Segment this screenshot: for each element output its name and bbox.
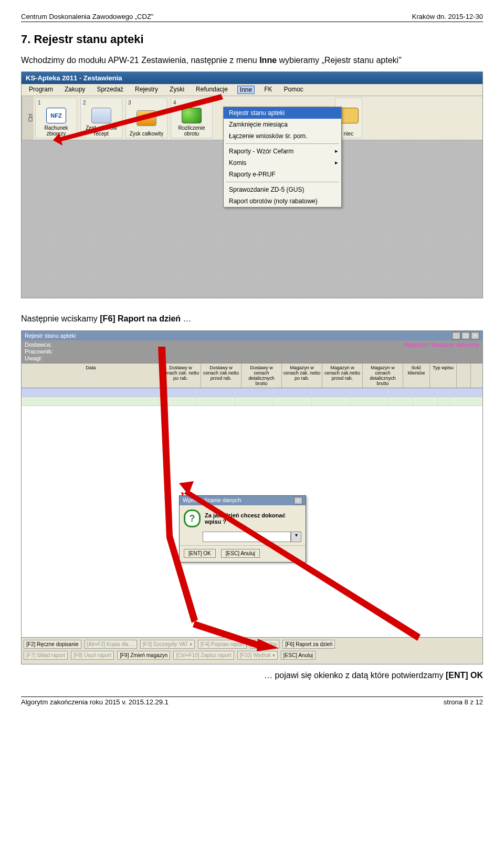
menu-inne-dropdown[interactable]: Rejestr stanu aptekiZamknięcie miesiącaŁ… (223, 107, 342, 207)
cancel-button[interactable]: [ESC] Anuluj (221, 549, 260, 558)
menu-item-program[interactable]: Program (27, 86, 55, 94)
menu-item[interactable]: Komis (224, 157, 341, 169)
footer-buttons: [F2] Ręczne dopisanie[Alt+F2] Kopia dla … (22, 637, 482, 664)
doc-header-left: Centrum Doskonalenia Zawodowego „CDZ" (21, 13, 153, 20)
footer-button[interactable]: [F9] Zmień magazyn (117, 651, 170, 660)
window-buttons[interactable]: _□× (451, 332, 479, 339)
col-header: Data (22, 363, 161, 388)
footer-right: strona 8 z 12 (444, 698, 483, 706)
col-header: Magazyn w cenach zak.netto przed rab. (322, 363, 363, 388)
magazyn-label: Magazyn: Magazyn apteczny (405, 341, 479, 362)
paragraph-2: Następnie wciskamy [F6] Raport na dzień … (21, 313, 483, 325)
window2-title: Rejestr stanu apteki _□× (22, 331, 482, 340)
table-row[interactable] (22, 388, 482, 397)
menu-item[interactable]: Raport obrotów (noty rabatowe) (224, 195, 341, 207)
footer-button[interactable]: [Ctrl+F10] Zapisz raport (173, 651, 234, 660)
table-body-empty: Wprowadzanie danych × ? Za jaki dzień ch… (22, 406, 482, 637)
coins-icon (182, 108, 202, 123)
col-header: Dostawy w cenach zak. netto po rab. (161, 363, 201, 388)
doc-header: Centrum Doskonalenia Zawodowego „CDZ" Kr… (21, 13, 483, 22)
menu-item-inne[interactable]: Inne (237, 86, 255, 94)
menu-item-pomoc[interactable]: Pomoc (282, 86, 306, 94)
footer-button[interactable]: [F6] Raport za dzień (282, 640, 335, 649)
doc-icon (91, 108, 111, 123)
section-title: 7. Rejestr stanu apteki (21, 33, 483, 46)
bars-icon (136, 110, 156, 126)
info-row: Uwagi: (25, 355, 53, 362)
dialog-question: Za jaki dzień chcesz dokonać wpisu ? (205, 512, 301, 525)
footer-button[interactable]: [F2] Ręczne dopisanie (24, 640, 81, 649)
col-header: Dostawy w cenach zak.netto przed rab. (201, 363, 242, 388)
footer-left: Algorytm zakończenia roku 2015 v. 2015.1… (21, 698, 169, 706)
calendar-icon[interactable]: ▾ (291, 532, 301, 542)
footer-button[interactable]: [F3] Szczegóły VAT ▾ (140, 640, 195, 649)
toolbar-button-1[interactable]: 1NFZRachunek zbiorczy (35, 98, 77, 138)
screenshot-zestawienia: KS-Apteka 2011 - Zestawienia ProgramZaku… (21, 71, 483, 298)
date-input[interactable] (203, 532, 291, 542)
nfz-icon: NFZ (46, 108, 66, 123)
table-row (22, 397, 482, 406)
col-header: Magazyn w cenach zak. netto po rab. (282, 363, 322, 388)
close-icon[interactable]: × (471, 332, 479, 339)
toolbar: Ctrl 1NFZRachunek zbiorczy2Zest. zbiorów… (22, 96, 482, 140)
menu-item-sprzedaż[interactable]: Sprzedaż (94, 86, 125, 94)
screenshot-rejestr: Rejestr stanu apteki _□× Dostawca:Pracow… (21, 330, 483, 665)
dialog-wprowadzanie: Wprowadzanie danych × ? Za jaki dzień ch… (179, 495, 306, 563)
ok-button[interactable]: [ENT] OK (184, 549, 216, 558)
table-header: DataDostawy w cenach zak. netto po rab.D… (22, 363, 482, 388)
menu-bar[interactable]: ProgramZakupySprzedażRejestryZyskiRefund… (22, 84, 482, 96)
max-icon[interactable]: □ (461, 332, 470, 339)
col-header: Dostawy w cenach detalicznych brutto (242, 363, 282, 388)
toolbar-button-3[interactable]: 3Zysk całkowity (125, 98, 167, 138)
ctrl-tab: Ctrl (22, 96, 34, 140)
paragraph-1: Wchodzimy do modułu APW-21 Zestawienia, … (21, 55, 483, 66)
footer-button[interactable]: [F4] Popraw raport (198, 640, 247, 649)
close-icon[interactable]: × (294, 497, 302, 504)
menu-item[interactable]: Sprawozdanie ZD-5 (GUS) (224, 184, 341, 195)
menu-item-rejestry[interactable]: Rejestry (133, 86, 160, 94)
footer-button[interactable]: [Alt+F2] Kopia dla ... (85, 640, 137, 649)
doc-footer: Algorytm zakończenia roku 2015 v. 2015.1… (21, 697, 483, 706)
toolbar-button-2[interactable]: 2Zest. zbiorów recept (80, 98, 122, 138)
toolbar-button-4[interactable]: 4Rozliczenie obrotu (171, 98, 213, 138)
info-row: Pracownik: (25, 348, 53, 355)
menu-item-zakupy[interactable]: Zakupy (62, 86, 87, 94)
dialog-title: Wprowadzanie danych × (180, 496, 306, 505)
menu-item-fk[interactable]: FK (262, 86, 274, 94)
menu-item-refundacje[interactable]: Refundacje (194, 86, 230, 94)
footer-button[interactable]: [F5] Próba (250, 640, 280, 649)
col-header: Magazyn w cenach detalicznych brutto (363, 363, 403, 388)
doc-header-right: Kraków dn. 2015-12-30 (412, 13, 483, 20)
menu-item[interactable]: Raporty - Wzór Cefarm (224, 145, 341, 157)
magazyn-value: Magazyn apteczny (431, 341, 479, 348)
col-header: Typ wpisu (430, 363, 457, 388)
menu-item[interactable]: Zamknięcie miesiąca (224, 119, 341, 130)
question-icon: ? (184, 510, 201, 527)
footer-button[interactable]: [F7] Skład raport (24, 651, 68, 660)
min-icon[interactable]: _ (452, 332, 460, 339)
menu-item-zyski[interactable]: Zyski (167, 86, 186, 94)
footer-button[interactable]: [F10] Wydruk ▾ (237, 651, 278, 660)
menu-item[interactable]: Raporty e-PRUF (224, 169, 341, 180)
footer-button[interactable]: [ESC] Anuluj (281, 651, 316, 660)
col-header: Ilość klientów (403, 363, 430, 388)
info-panel: Dostawca:Pracownik:Uwagi: Magazyn: Magaz… (22, 340, 482, 363)
menu-item[interactable]: Rejestr stanu apteki (224, 107, 341, 119)
info-row: Dostawca: (25, 341, 53, 348)
menu-item[interactable]: Łączenie wniosków śr. pom. (224, 130, 341, 142)
window-title: KS-Apteka 2011 - Zestawienia (22, 72, 482, 84)
footer-button[interactable]: [F8] Usuń raport (71, 651, 114, 660)
paragraph-3: … pojawi się okienko z datą które potwie… (21, 670, 483, 681)
